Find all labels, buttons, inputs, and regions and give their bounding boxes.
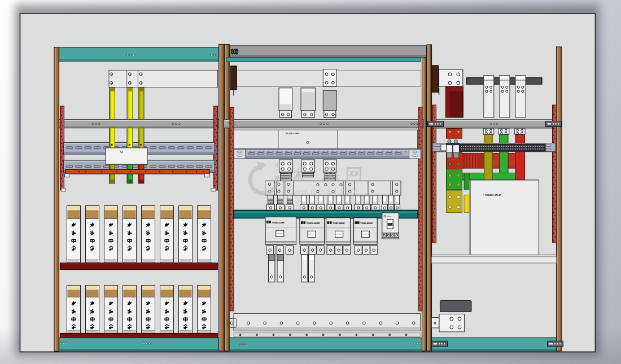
svg-text:TGM1-630M: TGM1-630M: [272, 221, 285, 224]
svg-text:* 3WE48C (M) 4P: * 3WE48C (M) 4P: [483, 194, 501, 196]
svg-text:TGB10-400W: TGB10-400W: [307, 222, 320, 225]
svg-text:unikel: unikel: [387, 216, 391, 218]
svg-text:www.mfcad.com: www.mfcad.com: [287, 186, 358, 196]
svg-text:TGB2-400W: TGB2-400W: [360, 222, 373, 225]
svg-text:GGD: GGD: [231, 48, 238, 56]
svg-text:TGB1-400M: TGB1-400M: [333, 222, 345, 225]
svg-text:3P+4W ~380V: 3P+4W ~380V: [286, 133, 300, 135]
